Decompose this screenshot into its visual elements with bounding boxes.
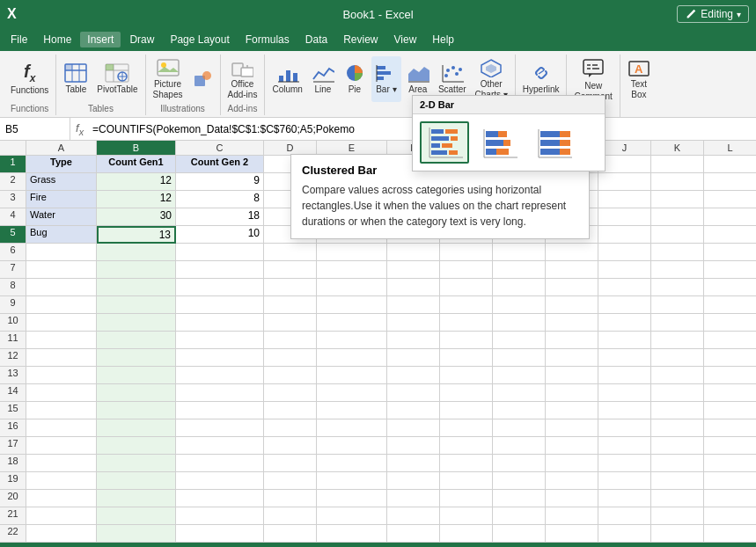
cell-F11[interactable] xyxy=(387,332,440,349)
office-addins-button[interactable]: OfficeAdd-ins xyxy=(224,56,261,102)
cell-D7[interactable] xyxy=(264,261,317,279)
cell-I10[interactable] xyxy=(546,314,598,332)
cell-B15[interactable] xyxy=(97,402,176,419)
menu-insert[interactable]: Insert xyxy=(80,32,121,47)
cell-J10[interactable] xyxy=(598,314,651,332)
cell-L14[interactable] xyxy=(704,384,756,402)
cell-J21[interactable] xyxy=(598,507,651,525)
cell-J14[interactable] xyxy=(598,384,651,402)
textbox-button[interactable]: A TextBox xyxy=(624,56,654,102)
cell-H8[interactable] xyxy=(493,279,546,296)
row-num-13[interactable]: 13 xyxy=(0,367,26,384)
cell-L6[interactable] xyxy=(704,244,756,261)
cell-C13[interactable] xyxy=(176,367,264,384)
cell-H17[interactable] xyxy=(493,437,546,455)
cell-H22[interactable] xyxy=(493,525,546,543)
cell-G13[interactable] xyxy=(440,367,493,384)
cell-I15[interactable] xyxy=(546,402,598,419)
cell-D18[interactable] xyxy=(264,455,317,472)
menu-home[interactable]: Home xyxy=(36,32,78,47)
cell-I19[interactable] xyxy=(546,472,598,490)
cell-B11[interactable] xyxy=(97,332,176,349)
cell-E16[interactable] xyxy=(317,419,387,437)
cell-J13[interactable] xyxy=(598,367,651,384)
cell-F8[interactable] xyxy=(387,279,440,296)
cell-D12[interactable] xyxy=(264,349,317,367)
cell-A2[interactable]: Grass xyxy=(26,173,97,191)
cell-C8[interactable] xyxy=(176,279,264,296)
cell-E12[interactable] xyxy=(317,349,387,367)
bar-chart-button[interactable]: Bar ▾ xyxy=(371,56,401,102)
cell-K22[interactable] xyxy=(651,525,704,543)
cell-H21[interactable] xyxy=(493,507,546,525)
cell-G9[interactable] xyxy=(440,296,493,314)
cell-L20[interactable] xyxy=(704,490,756,507)
cell-H19[interactable] xyxy=(493,472,546,490)
cell-C1[interactable]: Count Gen 2 xyxy=(176,156,264,173)
cell-B14[interactable] xyxy=(97,384,176,402)
line-chart-button[interactable]: Line xyxy=(308,56,338,102)
cell-I12[interactable] xyxy=(546,349,598,367)
cell-J5[interactable] xyxy=(598,226,651,244)
cell-A12[interactable] xyxy=(26,349,97,367)
cell-B2[interactable]: 12 xyxy=(97,173,176,191)
cell-B6[interactable] xyxy=(97,244,176,261)
cell-C18[interactable] xyxy=(176,455,264,472)
cell-L13[interactable] xyxy=(704,367,756,384)
menu-file[interactable]: File xyxy=(4,32,34,47)
cell-I22[interactable] xyxy=(546,525,598,543)
cell-I18[interactable] xyxy=(546,455,598,472)
cell-L4[interactable] xyxy=(704,208,756,226)
menu-formulas[interactable]: Formulas xyxy=(239,32,297,47)
cell-D19[interactable] xyxy=(264,472,317,490)
cell-E13[interactable] xyxy=(317,367,387,384)
row-num-12[interactable]: 12 xyxy=(0,349,26,367)
cell-L8[interactable] xyxy=(704,279,756,296)
cell-A21[interactable] xyxy=(26,507,97,525)
cell-L10[interactable] xyxy=(704,314,756,332)
cell-K20[interactable] xyxy=(651,490,704,507)
cell-L3[interactable] xyxy=(704,191,756,208)
row-num-16[interactable]: 16 xyxy=(0,419,26,437)
cell-E6[interactable] xyxy=(317,244,387,261)
cell-G7[interactable] xyxy=(440,261,493,279)
cell-I8[interactable] xyxy=(546,279,598,296)
cell-I16[interactable] xyxy=(546,419,598,437)
row-num-6[interactable]: 6 xyxy=(0,244,26,261)
cell-H7[interactable] xyxy=(493,261,546,279)
menu-view[interactable]: View xyxy=(387,32,424,47)
cell-G21[interactable] xyxy=(440,507,493,525)
cell-K1[interactable] xyxy=(651,156,704,173)
cell-G18[interactable] xyxy=(440,455,493,472)
cell-K6[interactable] xyxy=(651,244,704,261)
cell-E7[interactable] xyxy=(317,261,387,279)
cell-B22[interactable] xyxy=(97,525,176,543)
cell-K10[interactable] xyxy=(651,314,704,332)
cell-D15[interactable] xyxy=(264,402,317,419)
cell-F13[interactable] xyxy=(387,367,440,384)
cell-L11[interactable] xyxy=(704,332,756,349)
cell-L9[interactable] xyxy=(704,296,756,314)
cell-E18[interactable] xyxy=(317,455,387,472)
cell-A3[interactable]: Fire xyxy=(26,191,97,208)
row-num-11[interactable]: 11 xyxy=(0,332,26,349)
cell-C22[interactable] xyxy=(176,525,264,543)
row-num-1[interactable]: 1 xyxy=(0,156,26,173)
cell-L15[interactable] xyxy=(704,402,756,419)
shapes-button[interactable] xyxy=(188,56,217,102)
row-num-8[interactable]: 8 xyxy=(0,279,26,296)
cell-B20[interactable] xyxy=(97,490,176,507)
cell-G10[interactable] xyxy=(440,314,493,332)
cell-A1[interactable]: Type xyxy=(26,156,97,173)
row-num-20[interactable]: 20 xyxy=(0,490,26,507)
cell-H6[interactable] xyxy=(493,244,546,261)
cell-I7[interactable] xyxy=(546,261,598,279)
row-num-7[interactable]: 7 xyxy=(0,261,26,279)
cell-F16[interactable] xyxy=(387,419,440,437)
cell-G12[interactable] xyxy=(440,349,493,367)
cell-D16[interactable] xyxy=(264,419,317,437)
cell-D14[interactable] xyxy=(264,384,317,402)
cell-B7[interactable] xyxy=(97,261,176,279)
cell-A17[interactable] xyxy=(26,437,97,455)
menu-review[interactable]: Review xyxy=(336,32,385,47)
